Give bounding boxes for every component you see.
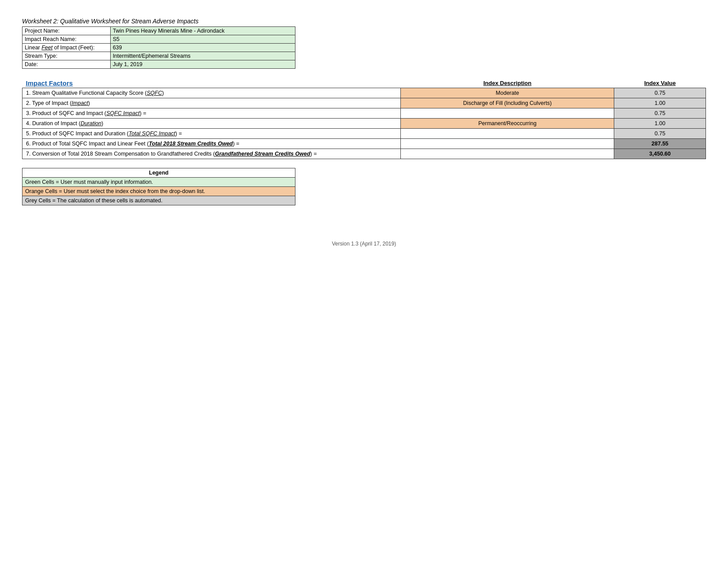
description-cell: Discharge of Fill (Including Culverts) (401, 98, 614, 108)
description-cell: Permanent/Reoccurring (401, 119, 614, 129)
description-cell (401, 129, 614, 139)
info-value: Twin Pines Heavy Minerals Mine - Adirond… (110, 27, 295, 35)
factor-cell: 6. Product of Total SQFC Impact and Line… (22, 139, 401, 149)
info-row: Impact Reach Name: S5 (22, 35, 295, 44)
info-value: S5 (110, 35, 295, 44)
info-label: Impact Reach Name: (22, 35, 111, 44)
factor-cell: 2. Type of Impact (Impact) (22, 98, 401, 108)
value-cell: 0.75 (614, 88, 706, 98)
info-row: Linear Feet of Impact (Feet): 639 (22, 44, 295, 52)
info-label: Date: (22, 60, 111, 69)
table-row: 1. Stream Qualitative Functional Capacit… (22, 88, 706, 98)
value-cell: 1.00 (614, 98, 706, 108)
table-row: 3. Product of SQFC and Impact (SQFC Impa… (22, 108, 706, 119)
table-row: 4. Duration of Impact (Duration) Permane… (22, 119, 706, 129)
factor-cell: 4. Duration of Impact (Duration) (22, 119, 401, 129)
info-row: Stream Type: Intermittent/Ephemeral Stre… (22, 52, 295, 60)
legend-item: Green Cells = User must manually input i… (22, 178, 295, 187)
factor-cell: 7. Conversion of Total 2018 Stream Compe… (22, 149, 401, 159)
info-label: Linear Feet of Impact (Feet): (22, 44, 111, 52)
value-cell: 287.55 (614, 139, 706, 149)
col-header-factor: Impact Factors (22, 78, 401, 88)
legend-title: Legend (22, 168, 295, 178)
factor-cell: 3. Product of SQFC and Impact (SQFC Impa… (22, 108, 401, 119)
info-label: Stream Type: (22, 52, 111, 60)
impact-factors-heading: Impact Factors (26, 76, 73, 89)
value-cell: 3,450.60 (614, 149, 706, 159)
description-cell (401, 149, 614, 159)
legend-text: Orange Cells = User must select the inde… (22, 187, 295, 196)
legend-item: Orange Cells = User must select the inde… (22, 187, 295, 196)
factor-cell: 1. Stream Qualitative Functional Capacit… (22, 88, 401, 98)
legend-item: Grey Cells = The calculation of these ce… (22, 196, 295, 205)
value-cell: 1.00 (614, 119, 706, 129)
description-cell (401, 139, 614, 149)
info-row: Date: July 1, 2019 (22, 60, 295, 69)
value-cell: 0.75 (614, 129, 706, 139)
table-row: 6. Product of Total SQFC Impact and Line… (22, 139, 706, 149)
info-table: Project Name: Twin Pines Heavy Minerals … (22, 26, 295, 69)
col-header-description: Index Description (401, 78, 614, 88)
legend-table: LegendGreen Cells = User must manually i… (22, 168, 295, 205)
info-value: Intermittent/Ephemeral Streams (110, 52, 295, 60)
info-value: July 1, 2019 (110, 60, 295, 69)
value-cell: 0.75 (614, 108, 706, 119)
description-cell (401, 108, 614, 119)
table-row: 2. Type of Impact (Impact) Discharge of … (22, 98, 706, 108)
info-label: Project Name: (22, 27, 111, 35)
info-value: 639 (110, 44, 295, 52)
description-cell: Moderate (401, 88, 614, 98)
legend-text: Grey Cells = The calculation of these ce… (22, 196, 295, 205)
col-header-value: Index Value (614, 78, 706, 88)
table-row: 7. Conversion of Total 2018 Stream Compe… (22, 149, 706, 159)
main-table: Impact Factors Index Description Index V… (22, 78, 706, 159)
legend-text: Green Cells = User must manually input i… (22, 178, 295, 187)
worksheet-title: Worksheet 2: Qualitative Worksheet for S… (22, 18, 706, 25)
table-row: 5. Product of SQFC Impact and Duration (… (22, 129, 706, 139)
footer: Version 1.3 (April 17, 2019) (22, 241, 706, 247)
factor-cell: 5. Product of SQFC Impact and Duration (… (22, 129, 401, 139)
info-row: Project Name: Twin Pines Heavy Minerals … (22, 27, 295, 35)
